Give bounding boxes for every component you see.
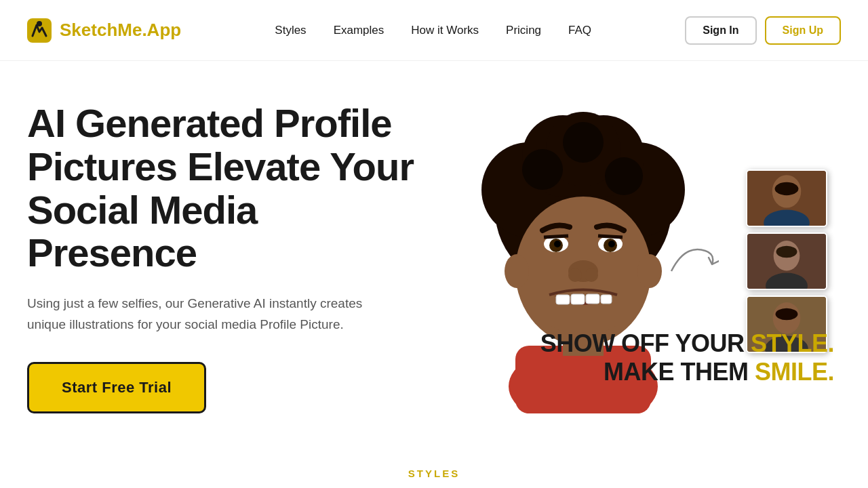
hero-illustration: SHOW OFF YOUR STYLE. MAKE THEM SMILE. [441, 88, 834, 427]
nav-how-it-works[interactable]: How it Works [411, 24, 479, 37]
svg-point-29 [637, 254, 662, 288]
navbar: SketchMe.App Styles Examples How it Work… [0, 0, 868, 61]
tagline-yellow-2: SMILE. [755, 358, 834, 386]
nav-styles[interactable]: Styles [275, 24, 306, 37]
signin-button[interactable]: Sign In [685, 16, 756, 45]
svg-point-12 [605, 157, 643, 195]
signup-button[interactable]: Sign Up [765, 16, 841, 45]
hero-title: AI Generated Profile Pictures Elevate Yo… [27, 102, 434, 274]
styles-eyebrow: STYLES [27, 468, 841, 479]
photo-thumb-2 [746, 232, 827, 290]
nav-links: Styles Examples How it Works Pricing FAQ [275, 24, 591, 37]
svg-point-19 [554, 241, 561, 247]
logo-link[interactable]: SketchMe.App [27, 18, 181, 43]
svg-point-11 [522, 149, 563, 190]
nav-actions: Sign In Sign Up [685, 16, 841, 45]
nav-faq[interactable]: FAQ [568, 24, 591, 37]
hero-content: AI Generated Profile Pictures Elevate Yo… [27, 102, 434, 413]
svg-rect-25 [571, 294, 585, 304]
svg-point-37 [776, 246, 797, 258]
logo-icon [27, 18, 52, 43]
photo-strip [746, 169, 827, 353]
svg-point-1 [37, 21, 42, 26]
photo-thumb-1 [746, 169, 827, 227]
styles-section: STYLES We offer a diverse selection of S… [0, 441, 868, 488]
nav-pricing[interactable]: Pricing [506, 24, 541, 37]
svg-point-13 [563, 122, 604, 163]
svg-point-20 [608, 241, 615, 247]
svg-point-22 [568, 268, 582, 282]
logo-text: SketchMe.App [60, 20, 181, 41]
hero-tagline: SHOW OFF YOUR STYLE. MAKE THEM SMILE. [540, 329, 834, 386]
tagline-yellow-1: STYLE. [751, 329, 834, 357]
tagline-line1: SHOW OFF YOUR STYLE. [540, 329, 834, 358]
svg-rect-24 [556, 295, 570, 304]
svg-rect-26 [586, 294, 599, 304]
start-trial-button[interactable]: Start Free Trial [27, 362, 206, 413]
hero-subtitle: Using just a few selfies, our Generative… [27, 293, 380, 335]
hero-image-area: SHOW OFF YOUR STYLE. MAKE THEM SMILE. [434, 88, 841, 427]
svg-point-41 [776, 308, 798, 320]
nav-examples[interactable]: Examples [334, 24, 384, 37]
arrow-decoration [665, 237, 719, 278]
hero-section: AI Generated Profile Pictures Elevate Yo… [0, 61, 868, 441]
svg-point-28 [505, 254, 529, 288]
tagline-line2: MAKE THEM SMILE. [540, 358, 834, 386]
svg-rect-27 [601, 295, 612, 304]
svg-point-23 [585, 268, 598, 282]
svg-point-33 [775, 182, 799, 195]
